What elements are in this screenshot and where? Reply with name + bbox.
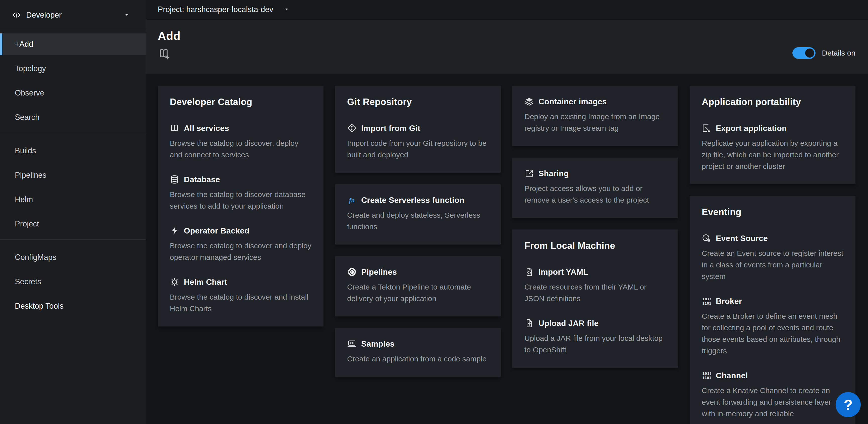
svg-text:fn: fn (349, 197, 355, 204)
svg-text:11011: 11011 (702, 301, 711, 305)
action-description: Import code from your Git repository to … (347, 138, 489, 161)
svg-text:11011: 11011 (702, 376, 711, 380)
card-title: Eventing (702, 207, 843, 218)
details-toggle-label: Details on (822, 49, 856, 57)
chevron-down-icon (284, 7, 289, 12)
file-code-icon (524, 267, 534, 277)
sidebar-item-helm[interactable]: Helm (0, 189, 146, 210)
action-import-from-git[interactable]: Import from GitImport code from your Git… (347, 123, 489, 161)
action-all-services[interactable]: All servicesBrowse the catalog to discov… (170, 123, 311, 161)
sidebar-item-topology[interactable]: Topology (0, 58, 146, 79)
function-icon: fn (347, 195, 356, 205)
sidebar-item-search[interactable]: Search (0, 107, 146, 128)
action-label: Sharing (538, 169, 569, 178)
sidebar-item-observe[interactable]: Observe (0, 82, 146, 104)
action-channel[interactable]: 101011011ChannelCreate a Knative Channel… (702, 371, 843, 420)
sidebar-item-secrets[interactable]: Secrets (0, 271, 146, 292)
action-helm-chart[interactable]: Helm ChartBrowse the catalog to discover… (170, 277, 311, 314)
details-toggle-wrap: Details on (793, 47, 856, 59)
action-label: Broker (716, 296, 742, 306)
action-label: Database (184, 175, 220, 184)
action-description: Create an Event source to register inter… (702, 248, 843, 282)
action-description: Upload a JAR file from your local deskto… (524, 333, 666, 356)
action-head: Event Source (702, 233, 843, 243)
action-export-application[interactable]: Export applicationReplicate your applica… (702, 123, 843, 172)
card-title: From Local Machine (524, 241, 666, 251)
action-pipelines[interactable]: PipelinesCreate a Tekton Pipeline to aut… (347, 267, 489, 304)
bolt-icon (170, 226, 179, 235)
book-plus-icon (158, 48, 171, 60)
sidebar-item-desktop-tools[interactable]: Desktop Tools (0, 295, 146, 317)
action-label: Import YAML (538, 267, 588, 277)
card-samples: SamplesCreate an application from a code… (335, 328, 501, 377)
svg-text:1010: 1010 (702, 297, 711, 301)
action-description: Replicate your application by exporting … (702, 138, 843, 172)
card-title: Git Repository (347, 97, 489, 107)
action-import-yaml[interactable]: Import YAMLCreate resources from their Y… (524, 267, 666, 304)
action-description: Browse the catalog to discover and insta… (170, 291, 311, 314)
action-head: All services (170, 123, 311, 133)
database-icon (170, 175, 179, 184)
action-description: Browse the catalog to discover database … (170, 189, 311, 212)
sidebar-item-builds[interactable]: Builds (0, 140, 146, 162)
action-sharing[interactable]: SharingProject access allows you to add … (524, 169, 666, 206)
action-samples[interactable]: SamplesCreate an application from a code… (347, 339, 489, 365)
action-operator-backed[interactable]: Operator BackedBrowse the catalog to dis… (170, 226, 311, 263)
details-toggle[interactable] (793, 47, 815, 59)
action-head: Import from Git (347, 123, 489, 133)
action-head: 101011011Broker (702, 296, 843, 306)
card-from-local-machine: From Local MachineImport YAMLCreate reso… (513, 229, 678, 368)
code-icon (11, 10, 22, 20)
action-head: Container images (524, 97, 666, 106)
nav-divider (0, 133, 146, 133)
action-broker[interactable]: 101011011BrokerCreate a Broker to define… (702, 296, 843, 357)
tekton-icon (347, 267, 356, 277)
action-head: Export application (702, 123, 843, 133)
action-head: 101011011Channel (702, 371, 843, 380)
action-head: Pipelines (347, 267, 489, 277)
card-columns: Developer CatalogAll servicesBrowse the … (158, 86, 856, 424)
nav-divider (0, 239, 146, 239)
action-label: Create Serverless function (361, 196, 464, 205)
action-description: Create a Knative Channel to create an ev… (702, 385, 843, 420)
action-create-serverless-function[interactable]: fnCreate Serverless functionCreate and d… (347, 195, 489, 232)
action-label: All services (184, 124, 229, 133)
action-container-images[interactable]: Container imagesDeploy an existing Image… (524, 97, 666, 134)
action-upload-jar-file[interactable]: Upload JAR fileUpload a JAR file from yo… (524, 318, 666, 356)
action-label: Import from Git (361, 124, 421, 133)
share-icon (524, 169, 534, 178)
card-column-3: Container imagesDeploy an existing Image… (513, 86, 678, 368)
book-icon (170, 123, 179, 133)
card-pipelines: PipelinesCreate a Tekton Pipeline to aut… (335, 256, 501, 316)
sidebar-item-add[interactable]: +Add (0, 33, 146, 55)
page-title: Add (158, 29, 856, 43)
action-description: Create a Tekton Pipeline to automate del… (347, 281, 489, 304)
action-event-source[interactable]: Event SourceCreate an Event source to re… (702, 233, 843, 282)
action-head: Import YAML (524, 267, 666, 277)
sidebar-item-configmaps[interactable]: ConfigMaps (0, 247, 146, 268)
card-column-2: Git RepositoryImport from GitImport code… (335, 86, 501, 377)
card-title: Developer Catalog (170, 97, 311, 107)
binary-icon: 101011011 (702, 296, 711, 306)
action-label: Export application (716, 124, 787, 133)
card-column-1: Developer CatalogAll servicesBrowse the … (158, 86, 323, 327)
sidebar-item-pipelines[interactable]: Pipelines (0, 164, 146, 186)
add-page-content: Developer CatalogAll servicesBrowse the … (146, 74, 868, 424)
laptop-code-icon (347, 339, 356, 348)
action-description: Create an application from a code sample (347, 353, 489, 365)
card-container-images: Container imagesDeploy an existing Image… (513, 86, 678, 146)
card-column-4: Application portabilityExport applicatio… (690, 86, 856, 424)
action-head: Upload JAR file (524, 318, 666, 328)
layers-icon (524, 97, 534, 106)
sidebar-item-project[interactable]: Project (0, 213, 146, 235)
perspective-switcher[interactable]: Developer (0, 0, 146, 30)
project-selector[interactable]: Project: harshcasper-localsta-dev (146, 5, 289, 14)
action-label: Pipelines (361, 267, 397, 277)
help-button[interactable]: ? (836, 392, 861, 417)
action-label: Event Source (716, 234, 768, 243)
quickstarts-button[interactable] (158, 48, 171, 60)
card-create-serverless-function: fnCreate Serverless functionCreate and d… (335, 184, 501, 245)
action-description: Deploy an existing Image from an Image r… (524, 111, 666, 134)
action-database[interactable]: DatabaseBrowse the catalog to discover d… (170, 175, 311, 212)
card-title: Application portability (702, 97, 843, 107)
